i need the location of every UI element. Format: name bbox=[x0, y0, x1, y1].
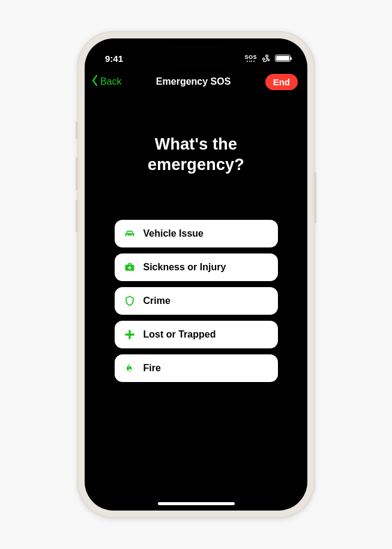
home-indicator[interactable] bbox=[158, 502, 235, 505]
back-button[interactable]: Back bbox=[91, 74, 122, 89]
flame-icon bbox=[123, 362, 136, 375]
plus-icon bbox=[123, 328, 136, 341]
chevron-left-icon bbox=[91, 74, 99, 89]
car-icon bbox=[123, 227, 136, 240]
nav-title: Emergency SOS bbox=[156, 76, 231, 87]
option-crime[interactable]: Crime bbox=[115, 287, 278, 315]
option-label: Crime bbox=[143, 296, 170, 306]
option-vehicle-issue[interactable]: Vehicle Issue bbox=[115, 220, 278, 247]
status-time: 9:41 bbox=[105, 53, 123, 64]
nav-bar: Back Emergency SOS End bbox=[85, 68, 307, 95]
mute-switch bbox=[76, 121, 78, 139]
option-label: Fire bbox=[143, 363, 161, 374]
dynamic-island bbox=[163, 47, 229, 66]
end-button[interactable]: End bbox=[265, 74, 298, 90]
battery-icon bbox=[275, 55, 291, 62]
volume-up-button bbox=[76, 157, 78, 190]
page-heading: What's the emergency? bbox=[85, 135, 307, 175]
option-lost-trapped[interactable]: Lost or Trapped bbox=[115, 321, 278, 348]
satellite-icon bbox=[261, 53, 271, 64]
phone-frame: 9:41 SOS Back bbox=[77, 31, 315, 518]
option-fire[interactable]: Fire bbox=[115, 354, 278, 382]
emergency-options: Vehicle Issue Sickness or Injury Crime L… bbox=[115, 220, 278, 382]
sos-indicator: SOS bbox=[244, 55, 257, 62]
shield-icon bbox=[123, 294, 136, 308]
option-label: Lost or Trapped bbox=[143, 329, 216, 340]
back-label: Back bbox=[100, 76, 122, 87]
power-button bbox=[314, 172, 316, 223]
status-right: SOS bbox=[244, 53, 291, 64]
screen: 9:41 SOS Back bbox=[85, 38, 307, 511]
option-sickness-injury[interactable]: Sickness or Injury bbox=[115, 253, 278, 281]
sos-dots bbox=[247, 61, 255, 62]
volume-down-button bbox=[76, 199, 78, 232]
medkit-icon bbox=[123, 261, 136, 274]
option-label: Vehicle Issue bbox=[143, 228, 204, 239]
option-label: Sickness or Injury bbox=[143, 262, 226, 273]
sos-label: SOS bbox=[244, 55, 257, 60]
